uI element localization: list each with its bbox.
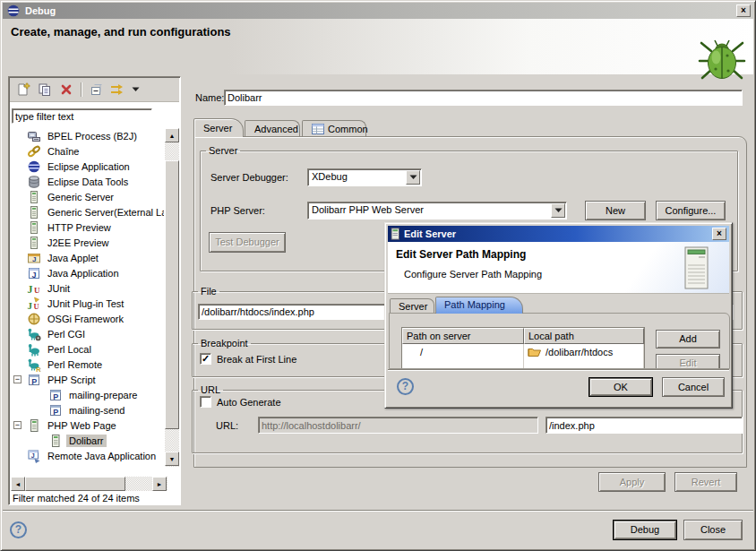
- filter-status: Filter matched 24 of 24 items: [13, 493, 140, 504]
- tree-item-perl-cgi[interactable]: Perl CGI: [11, 326, 164, 341]
- dialog-titlebar[interactable]: Edit Server ×: [388, 226, 729, 242]
- filter-icon[interactable]: [109, 82, 125, 98]
- junit-icon: JU: [27, 281, 41, 296]
- dropdown-arrow-icon[interactable]: [131, 82, 140, 98]
- tab-server[interactable]: Server: [193, 118, 244, 137]
- applet-icon: J: [27, 251, 41, 265]
- perl-icon: [27, 342, 41, 357]
- server-icon: [27, 236, 41, 250]
- window-close-icon[interactable]: ×: [736, 4, 751, 17]
- scroll-up-icon[interactable]: ▲: [165, 128, 179, 142]
- dialog-tab-path-mapping[interactable]: Path Mapping: [435, 297, 523, 314]
- dialog-title: Edit Server: [404, 228, 456, 239]
- tree-item-junit[interactable]: JUJUnit: [11, 280, 164, 296]
- collapse-toggle-icon[interactable]: −: [13, 421, 21, 429]
- server-icon: [27, 205, 41, 220]
- svg-text:R: R: [36, 365, 41, 372]
- perl-cgi-icon: [27, 327, 41, 341]
- tree-item-php-web-page[interactable]: −PHP Web Page: [11, 418, 164, 433]
- tree-item-perl-local[interactable]: Perl Local: [11, 341, 164, 357]
- scroll-down-icon[interactable]: ▼: [165, 452, 179, 466]
- name-input[interactable]: [224, 90, 743, 106]
- cancel-button[interactable]: Cancel: [662, 377, 725, 397]
- add-mapping-button[interactable]: Add: [656, 330, 720, 349]
- test-debugger-button[interactable]: Test Debugger: [209, 232, 286, 253]
- tree-item-osgi-framework[interactable]: OSGi Framework: [11, 311, 164, 326]
- column-path-on-server[interactable]: Path on server: [402, 328, 524, 344]
- eclipse-app-icon: [27, 159, 41, 174]
- configure-server-button[interactable]: Configure...: [656, 201, 726, 220]
- path-mapping-table: Path on server Local path / /dolibarr/ht…: [401, 327, 645, 369]
- chevron-down-icon[interactable]: [551, 203, 565, 218]
- dialog-header: Edit Server Path Mapping Configure Serve…: [388, 242, 729, 294]
- tree-item-dolibarr[interactable]: Dolibarr: [11, 433, 164, 448]
- junit-plugin-icon: JU: [27, 297, 41, 311]
- svg-text:U: U: [34, 285, 40, 294]
- delete-icon[interactable]: [58, 82, 74, 98]
- dialog-button-bar: ? OK Cancel: [388, 369, 729, 405]
- auto-generate-checkbox[interactable]: [200, 396, 211, 408]
- duplicate-icon[interactable]: [37, 82, 53, 98]
- tree-item-cha-ne[interactable]: Chaîne: [11, 143, 164, 159]
- chevron-down-icon[interactable]: [406, 170, 420, 185]
- tree-item-java-applet[interactable]: JJava Applet: [11, 250, 164, 265]
- scrollbar-thumb[interactable]: [25, 477, 125, 491]
- new-config-icon[interactable]: [15, 82, 31, 98]
- edit-mapping-button[interactable]: Edit: [656, 354, 720, 369]
- tree-item-j2ee-preview[interactable]: J2EE Preview: [11, 235, 164, 250]
- dialog-close-icon[interactable]: ×: [712, 228, 726, 240]
- tree-item-eclipse-data-tools[interactable]: Eclipse Data Tools: [11, 174, 164, 189]
- server-icon: [27, 190, 41, 204]
- help-button[interactable]: ?: [10, 521, 27, 538]
- tree-item-remote-java-application[interactable]: JRemote Java Application: [11, 448, 164, 463]
- chain-icon: [27, 144, 41, 159]
- tree-item-java-application[interactable]: JJava Application: [11, 265, 164, 280]
- tree-item-mailing-prepare[interactable]: Pmailing-prepare: [11, 387, 164, 402]
- tab-advanced[interactable]: Advanced: [245, 120, 300, 137]
- ok-button[interactable]: OK: [588, 377, 653, 397]
- svg-text:P: P: [31, 376, 37, 385]
- php-server-select[interactable]: Dolibarr PHP Web Server: [307, 202, 567, 220]
- break-first-line-checkbox[interactable]: ✓: [200, 353, 211, 365]
- dialog-help-button[interactable]: ?: [397, 378, 414, 395]
- tree-item-generic-server[interactable]: Generic Server: [11, 189, 164, 204]
- scroll-left-icon[interactable]: ◄: [11, 477, 25, 491]
- svg-text:U: U: [34, 301, 39, 310]
- tree-item-junit-plug-in-test[interactable]: JUJUnit Plug-in Test: [11, 296, 164, 311]
- tree-item-mailing-send[interactable]: Pmailing-send: [11, 402, 164, 418]
- window-titlebar[interactable]: Debug ×: [3, 3, 753, 19]
- collapse-toggle-icon[interactable]: −: [13, 375, 21, 383]
- server-tower-image: [679, 245, 713, 292]
- tree-item-generic-server-external-la[interactable]: Generic Server(External La: [11, 204, 164, 220]
- osgi-icon: [27, 312, 41, 326]
- edit-server-dialog: Edit Server × Edit Server Path Mapping C…: [384, 222, 733, 409]
- debug-window: Debug × Create, manage, and run configur…: [0, 0, 756, 551]
- tree-item-php-script[interactable]: −PPHP Script: [11, 372, 164, 387]
- new-server-button[interactable]: New: [585, 201, 646, 220]
- debug-button[interactable]: Debug: [613, 520, 677, 540]
- dialog-tab-server[interactable]: Server: [390, 298, 434, 314]
- toolbar-separator: [81, 82, 82, 97]
- tree-item-perl-remote[interactable]: RPerl Remote: [11, 357, 164, 372]
- column-local-path[interactable]: Local path: [524, 328, 644, 344]
- tree-item-eclipse-application[interactable]: Eclipse Application: [11, 159, 164, 174]
- scroll-right-icon[interactable]: ►: [152, 477, 167, 491]
- tree-vertical-scrollbar[interactable]: ▲ ▼: [165, 128, 179, 467]
- filter-input[interactable]: [12, 108, 152, 124]
- url-path-input[interactable]: [546, 417, 743, 434]
- java-app-icon: J: [27, 266, 41, 280]
- php-icon: P: [48, 403, 63, 418]
- tab-common[interactable]: Common: [302, 120, 366, 137]
- revert-button[interactable]: Revert: [674, 472, 737, 492]
- sidebar-toolbar: [10, 78, 179, 102]
- tree-item-bpel-process-b2j[interactable]: BPEL Process (B2J): [11, 128, 164, 143]
- collapse-all-icon[interactable]: [88, 82, 104, 98]
- close-button[interactable]: Close: [683, 520, 743, 540]
- apply-button[interactable]: Apply: [598, 472, 666, 492]
- eclipse-logo-icon: [5, 4, 21, 19]
- window-title: Debug: [25, 5, 56, 16]
- tree-horizontal-scrollbar[interactable]: ◄ ►: [11, 477, 168, 491]
- tree-item-http-preview[interactable]: HTTP Preview: [11, 220, 164, 235]
- server-debugger-select[interactable]: XDebug: [307, 168, 422, 186]
- scrollbar-thumb[interactable]: [165, 160, 179, 429]
